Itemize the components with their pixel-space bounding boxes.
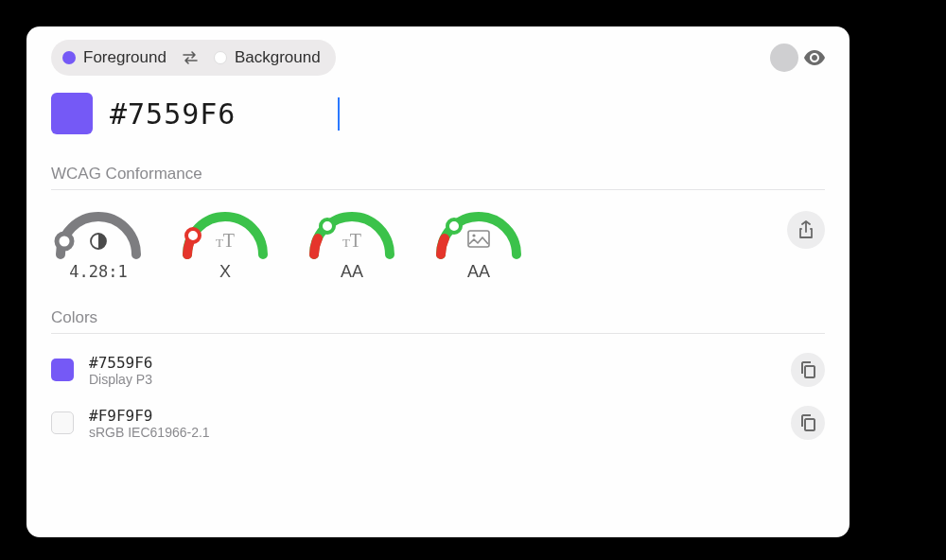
svg-point-3 bbox=[321, 219, 334, 233]
color-profile: Display P3 bbox=[89, 372, 776, 387]
share-icon bbox=[798, 220, 814, 239]
fg-bg-segmented-control: Foreground Background bbox=[51, 40, 336, 76]
contrast-checker-panel: Foreground Background bbox=[26, 26, 850, 537]
background-swatch-dot bbox=[214, 51, 227, 64]
normal-text-level: X bbox=[219, 262, 231, 282]
contrast-ratio-gauge: 4.28:1 bbox=[51, 207, 146, 281]
graphics-level: AA bbox=[467, 262, 490, 282]
copy-button[interactable] bbox=[791, 353, 825, 387]
color-hex-value: #F9F9F9 bbox=[89, 407, 776, 425]
large-text-gauge: TT AA bbox=[305, 207, 399, 282]
background-label: Background bbox=[235, 48, 321, 67]
copy-button[interactable] bbox=[791, 406, 825, 440]
topbar: Foreground Background bbox=[26, 26, 850, 76]
copy-icon bbox=[800, 414, 815, 431]
wcag-section-title: WCAG Conformance bbox=[26, 142, 850, 189]
eye-icon bbox=[804, 50, 825, 65]
normal-text-gauge: TT X bbox=[178, 207, 272, 282]
contrast-ratio-value: 4.28:1 bbox=[69, 262, 127, 281]
foreground-tab[interactable]: Foreground bbox=[62, 48, 166, 67]
contrast-icon bbox=[89, 232, 108, 251]
share-button[interactable] bbox=[787, 211, 825, 249]
color-text: #F9F9F9 sRGB IEC61966-2.1 bbox=[89, 407, 776, 440]
image-icon bbox=[467, 230, 490, 248]
color-profile: sRGB IEC61966-2.1 bbox=[89, 425, 776, 440]
large-text-level: AA bbox=[341, 262, 363, 282]
color-row: #F9F9F9 sRGB IEC61966-2.1 bbox=[51, 396, 825, 449]
color-swatch[interactable] bbox=[51, 411, 74, 434]
svg-point-0 bbox=[57, 234, 72, 249]
color-hex-value: #7559F6 bbox=[89, 354, 776, 372]
swap-icon[interactable] bbox=[180, 50, 201, 65]
large-text-icon: TT bbox=[342, 230, 361, 252]
color-swatch[interactable] bbox=[51, 359, 74, 381]
current-color-swatch[interactable] bbox=[51, 93, 93, 134]
color-input-row bbox=[26, 76, 850, 142]
color-text: #7559F6 Display P3 bbox=[89, 354, 776, 387]
graphics-gauge: AA bbox=[431, 207, 526, 282]
svg-point-4 bbox=[447, 219, 461, 233]
svg-rect-5 bbox=[468, 231, 489, 247]
foreground-label: Foreground bbox=[83, 48, 166, 67]
preview-visibility-toggle[interactable] bbox=[770, 44, 825, 72]
copy-icon bbox=[800, 361, 815, 378]
hex-input[interactable] bbox=[110, 97, 337, 131]
svg-point-2 bbox=[186, 229, 200, 242]
svg-point-6 bbox=[472, 234, 475, 236]
preview-circle-icon bbox=[770, 44, 798, 72]
colors-section-title: Colors bbox=[26, 286, 850, 333]
wcag-gauges-row: 4.28:1 TT X TT AA bbox=[26, 190, 850, 286]
colors-list: #7559F6 Display P3 #F9F9F9 sRGB IEC61966… bbox=[26, 334, 850, 449]
color-row: #7559F6 Display P3 bbox=[51, 343, 825, 396]
small-text-icon: TT bbox=[216, 230, 235, 252]
foreground-swatch-dot bbox=[62, 51, 76, 64]
background-tab[interactable]: Background bbox=[214, 48, 321, 67]
